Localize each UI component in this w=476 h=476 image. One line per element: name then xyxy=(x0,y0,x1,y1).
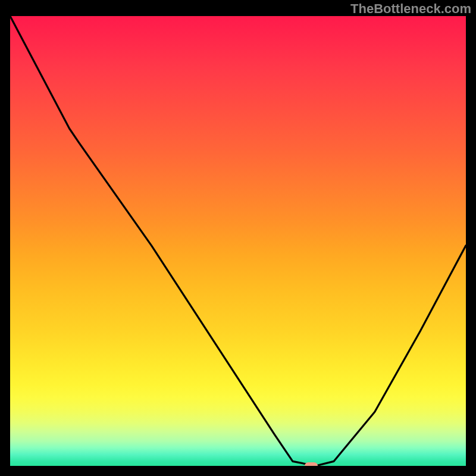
watermark-text: TheBottleneck.com xyxy=(350,1,471,17)
chart-frame: TheBottleneck.com xyxy=(0,0,476,476)
bottleneck-curve xyxy=(10,16,466,466)
optimal-point-marker xyxy=(305,462,318,466)
plot-area xyxy=(10,16,466,466)
